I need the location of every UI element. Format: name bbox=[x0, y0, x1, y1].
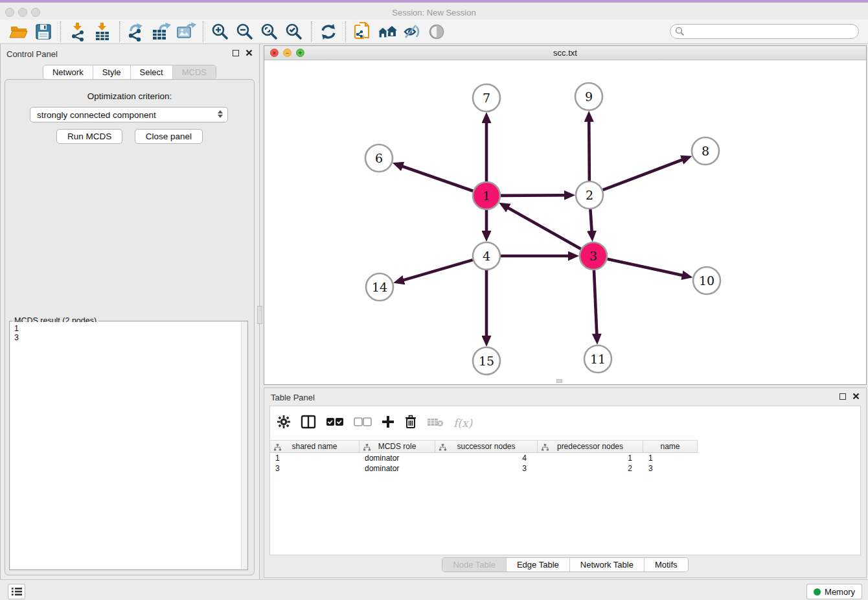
graph-edge-1-6[interactable] bbox=[398, 165, 473, 191]
gear-icon bbox=[277, 415, 291, 429]
graph-node-10[interactable]: 10 bbox=[693, 267, 720, 294]
select-all-columns-button[interactable] bbox=[326, 417, 344, 429]
split-panel-icon bbox=[301, 415, 316, 429]
tab-select[interactable]: Select bbox=[130, 65, 172, 79]
toolbar-separator bbox=[203, 21, 203, 42]
zoom-fit-button[interactable] bbox=[257, 21, 282, 43]
split-table-view-button[interactable] bbox=[301, 415, 316, 432]
graph-node-8[interactable]: 8 bbox=[692, 137, 719, 165]
graph-edge-1-2[interactable] bbox=[501, 195, 569, 196]
unchecked-boxes-icon bbox=[354, 417, 372, 426]
zoom-in-button[interactable] bbox=[208, 21, 233, 43]
graph-node-4[interactable]: 4 bbox=[473, 242, 500, 270]
graph-node-6[interactable]: 6 bbox=[365, 144, 393, 172]
tab-network[interactable]: Network bbox=[43, 65, 93, 79]
float-panel-icon[interactable] bbox=[233, 50, 239, 56]
tab-edge-table[interactable]: Edge Table bbox=[506, 558, 569, 571]
graph-edge-2-9[interactable] bbox=[589, 117, 589, 181]
table-cell: dominator bbox=[360, 464, 435, 474]
graph-node-2[interactable]: 2 bbox=[576, 181, 603, 209]
zoom-out-button[interactable] bbox=[233, 21, 257, 43]
graph-edge-2-8[interactable] bbox=[603, 158, 687, 190]
task-history-button[interactable] bbox=[8, 584, 25, 599]
open-folder-icon bbox=[9, 23, 29, 40]
graph-edge-3-11[interactable] bbox=[594, 270, 597, 339]
graph-node-7[interactable]: 7 bbox=[473, 84, 500, 111]
run-mcds-button[interactable]: Run MCDS bbox=[56, 129, 122, 144]
delete-column-button[interactable] bbox=[404, 415, 417, 432]
create-column-button[interactable] bbox=[382, 415, 394, 431]
tab-node-table[interactable]: Node Table bbox=[442, 558, 506, 571]
deselect-all-columns-button[interactable] bbox=[354, 417, 372, 429]
tab-mcds[interactable]: MCDS bbox=[172, 65, 216, 79]
graph-node-1[interactable]: 1 bbox=[473, 182, 500, 209]
graph-edge-3-1[interactable] bbox=[504, 205, 581, 249]
graph-node-15[interactable]: 15 bbox=[473, 347, 500, 375]
zoom-selected-button[interactable] bbox=[282, 21, 306, 43]
table-row[interactable]: 1dominator411 bbox=[270, 454, 860, 464]
import-network-button[interactable] bbox=[65, 21, 90, 43]
float-table-panel-icon[interactable] bbox=[839, 393, 846, 400]
export-table-icon bbox=[151, 22, 172, 41]
export-table-button[interactable] bbox=[149, 21, 174, 43]
table-row[interactable]: 3dominator323 bbox=[270, 464, 860, 474]
application-window: Session: New Session bbox=[0, 0, 868, 600]
column-header-name[interactable]: name bbox=[643, 441, 698, 452]
control-panel-title: Control Panel bbox=[6, 49, 58, 59]
content-area: Control Panel NetworkStyleSelectMCDS Opt… bbox=[0, 44, 868, 579]
graph-node-9[interactable]: 9 bbox=[575, 83, 602, 110]
apply-layout-button[interactable] bbox=[316, 21, 341, 43]
export-image-button[interactable] bbox=[174, 21, 198, 43]
tab-style[interactable]: Style bbox=[93, 65, 130, 79]
close-table-panel-icon[interactable] bbox=[852, 393, 860, 400]
tab-network-table[interactable]: Network Table bbox=[569, 558, 644, 571]
save-session-button[interactable] bbox=[31, 21, 56, 43]
graph-edge-3-10[interactable] bbox=[607, 259, 687, 277]
zoom-fit-icon bbox=[260, 23, 279, 41]
canvas-resize-grip[interactable] bbox=[556, 379, 562, 383]
svg-text:11: 11 bbox=[590, 352, 606, 366]
mcds-result-group: MCDS result (2 nodes) 1 3 bbox=[9, 321, 248, 570]
node-table-container: f(x) shared nameMCDS rolesuccessor nodes… bbox=[269, 406, 861, 555]
graph-edge-2-3[interactable] bbox=[590, 209, 592, 236]
table-cell: 2 bbox=[538, 464, 643, 474]
column-header-MCDS-role[interactable]: MCDS role bbox=[360, 441, 435, 452]
column-header-predecessor-nodes[interactable]: predecessor nodes bbox=[538, 441, 643, 452]
result-scrollbar[interactable] bbox=[241, 322, 247, 569]
network-window-titlebar[interactable]: × − + scc.txt bbox=[264, 46, 866, 60]
graph-edge-4-14[interactable] bbox=[399, 260, 473, 281]
search-input[interactable] bbox=[670, 24, 859, 39]
export-network-button[interactable] bbox=[124, 21, 149, 43]
close-panel-icon[interactable] bbox=[246, 49, 253, 56]
panel-divider-grip[interactable] bbox=[257, 306, 262, 324]
graph-node-3[interactable]: 3 bbox=[580, 242, 607, 270]
graph-node-14[interactable]: 14 bbox=[366, 273, 393, 301]
refresh-icon bbox=[319, 23, 337, 41]
optimization-criterion-select[interactable]: strongly connected component bbox=[30, 107, 228, 122]
graph-node-11[interactable]: 11 bbox=[584, 345, 611, 373]
network-canvas[interactable]: 1234678910111415 bbox=[264, 60, 866, 384]
new-network-from-selection-button[interactable] bbox=[350, 21, 375, 43]
network-view-window: × − + scc.txt 1234678910111415 bbox=[264, 45, 867, 385]
column-header-successor-nodes[interactable]: successor nodes bbox=[435, 441, 538, 452]
zoom-out-icon bbox=[236, 23, 254, 41]
tab-motifs[interactable]: Motifs bbox=[644, 558, 688, 571]
task-list-icon bbox=[12, 587, 22, 596]
hide-selected-button[interactable] bbox=[400, 21, 424, 43]
open-session-button[interactable] bbox=[6, 21, 31, 43]
memory-button[interactable]: Memory bbox=[806, 584, 862, 599]
hierarchy-icon bbox=[274, 444, 281, 451]
mcds-result-text[interactable]: 1 3 bbox=[10, 322, 247, 569]
table-rows: 1dominator4113dominator323 bbox=[270, 454, 860, 474]
show-graphics-details-button[interactable] bbox=[424, 21, 449, 43]
column-header-shared-name[interactable]: shared name bbox=[270, 441, 360, 452]
first-neighbors-button[interactable] bbox=[375, 21, 400, 43]
close-panel-button[interactable]: Close panel bbox=[135, 129, 203, 144]
svg-text:7: 7 bbox=[483, 91, 490, 105]
table-settings-button[interactable] bbox=[277, 415, 291, 432]
svg-text:9: 9 bbox=[585, 89, 593, 104]
import-table-button[interactable] bbox=[90, 21, 115, 43]
toolbar-separator bbox=[345, 21, 346, 42]
table-cell: 3 bbox=[270, 464, 360, 474]
select-stepper-icon bbox=[218, 110, 223, 118]
